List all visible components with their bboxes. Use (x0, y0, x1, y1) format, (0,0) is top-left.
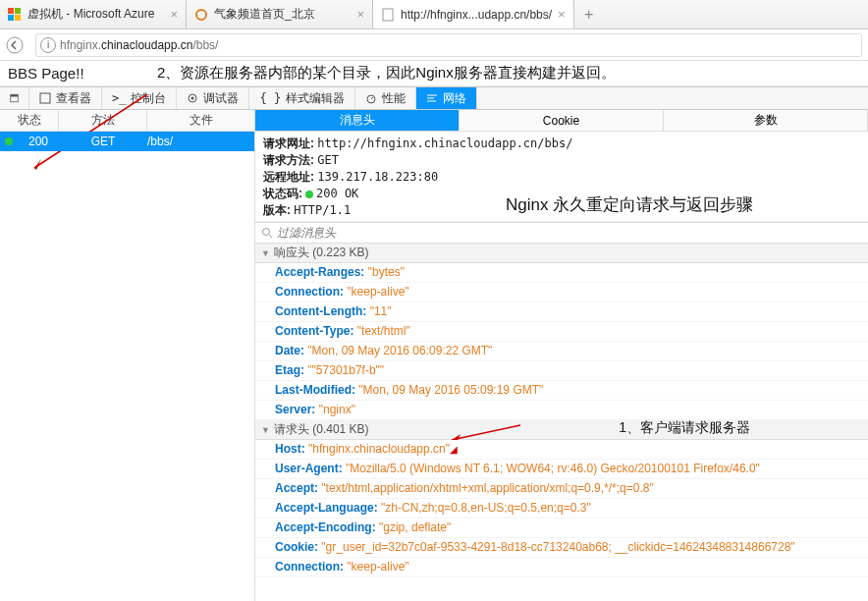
tab-console[interactable]: >_控制台 (102, 87, 177, 109)
azure-icon (8, 8, 22, 22)
svg-rect-5 (383, 9, 393, 21)
tab-inspector[interactable]: 查看器 (29, 87, 102, 109)
svg-rect-10 (11, 94, 19, 96)
chevron-down-icon: ▼ (261, 425, 270, 435)
tab-azure[interactable]: 虚拟机 - Microsoft Azure × (0, 0, 187, 28)
header-line: Host: "hfnginx.chinacloudapp.cn"◢ (255, 440, 868, 460)
val-status: 200 OK (316, 187, 358, 200)
search-icon (261, 227, 273, 239)
close-icon[interactable]: × (170, 7, 178, 22)
tab-performance[interactable]: 性能 (355, 87, 416, 109)
tab-style[interactable]: { }样式编辑器 (249, 87, 355, 109)
request-list: 200 GET /bbs/ (0, 132, 255, 601)
request-row[interactable]: 200 GET /bbs/ (0, 132, 254, 151)
subtab-headers[interactable]: 消息头 (255, 110, 460, 131)
tab-label: 虚拟机 - Microsoft Azure (27, 6, 164, 23)
annotation-2: 2、资源在服务器内部的某个目录，因此Nginx服务器直接构建并返回。 (157, 64, 616, 82)
svg-marker-22 (452, 434, 461, 440)
annotation-nginx: Nginx 永久重定向请求与返回步骤 (506, 193, 753, 216)
header-line: Accept-Language: "zh-CN,zh;q=0.8,en-US;q… (255, 499, 868, 519)
svg-rect-1 (15, 8, 21, 14)
req-file: /bbs/ (147, 135, 254, 148)
header-line: Etag: ""57301b7f-b"" (255, 361, 868, 381)
header-line: Cookie: "gr_user_id=32b7c0af-9533-4291-8… (255, 538, 868, 558)
dock-button[interactable] (0, 87, 29, 109)
label-url: 请求网址: (263, 137, 314, 150)
val-remote: 139.217.18.223:80 (317, 170, 438, 184)
blank-icon (381, 8, 395, 22)
response-section[interactable]: ▼响应头 (0.223 KB) (255, 244, 868, 263)
tab-weather[interactable]: 气象频道首页_北京 × (187, 0, 373, 28)
tab-label: http://hfnginx...udapp.cn/bbs/ (401, 8, 552, 22)
svg-line-20 (269, 235, 272, 238)
req-status: 200 (18, 135, 59, 148)
header-line: Date: "Mon, 09 May 2016 06:09:22 GMT" (255, 342, 868, 361)
page-content: BBS Page!! 2、资源在服务器内部的某个目录，因此Nginx服务器直接构… (0, 61, 868, 86)
header-line: Accept: "text/html,application/xhtml+xml… (255, 479, 868, 499)
subtab-cookie[interactable]: Cookie (460, 110, 664, 131)
annotation-1: 1、客户端请求服务器 (619, 419, 750, 437)
url-bar: i hfnginx.chinacloudapp.cn/bbs/ (0, 29, 868, 61)
svg-point-13 (191, 97, 194, 100)
svg-point-6 (7, 37, 23, 53)
back-button[interactable] (0, 30, 29, 60)
status-dot-icon (305, 191, 313, 198)
label-version: 版本: (263, 203, 291, 217)
header-line: Connection: "keep-alive" (255, 283, 868, 302)
arrow-marker-icon: ◢ (450, 444, 458, 455)
col-method[interactable]: 方法 (59, 110, 147, 131)
label-status: 状态码: (263, 187, 302, 200)
svg-rect-2 (8, 15, 14, 21)
browser-tabs: 虚拟机 - Microsoft Azure × 气象频道首页_北京 × http… (0, 0, 868, 29)
tab-debugger[interactable]: 调试器 (177, 87, 249, 109)
header-line: Accept-Encoding: "gzip, deflate" (255, 519, 868, 538)
url-input[interactable]: i hfnginx.chinacloudapp.cn/bbs/ (35, 33, 862, 57)
header-line: Content-Length: "11" (255, 302, 868, 322)
header-line: Connection: "keep-alive" (255, 558, 868, 577)
svg-line-15 (371, 97, 373, 99)
val-url: http://hfnginx.chinacloudapp.cn/bbs/ (317, 137, 572, 150)
annotation-arrow-1 (447, 420, 525, 440)
header-line: Accept-Ranges: "bytes" (255, 263, 868, 283)
header-line: Last-Modified: "Mon, 09 May 2016 05:09:1… (255, 381, 868, 401)
col-file[interactable]: 文件 (147, 110, 255, 131)
page-title: BBS Page!! (8, 65, 84, 82)
header-line: Server: "nginx" (255, 401, 868, 420)
swirl-icon (194, 8, 208, 22)
svg-rect-0 (8, 8, 14, 14)
chevron-down-icon: ▼ (261, 248, 270, 258)
label-method: 请求方法: (263, 153, 314, 167)
col-status[interactable]: 状态 (0, 110, 59, 131)
header-line: User-Agent: "Mozilla/5.0 (Windows NT 6.1… (255, 460, 868, 479)
devtools-toolbar: 查看器 >_控制台 调试器 { }样式编辑器 性能 网络 (0, 86, 868, 110)
svg-rect-11 (40, 93, 50, 103)
header-line: Content-Type: "text/html" (255, 322, 868, 342)
url-text: hfnginx.chinacloudapp.cn/bbs/ (60, 38, 218, 52)
svg-point-4 (196, 10, 206, 20)
new-tab-button[interactable]: + (574, 0, 604, 28)
tab-label: 气象频道首页_北京 (214, 6, 351, 23)
val-method: GET (317, 153, 339, 167)
label-remote: 远程地址: (263, 170, 314, 184)
filter-input[interactable] (277, 226, 862, 240)
tab-nginx[interactable]: http://hfnginx...udapp.cn/bbs/ × (373, 0, 574, 28)
status-dot-icon (0, 137, 18, 145)
val-version: HTTP/1.1 (294, 203, 351, 217)
tab-network[interactable]: 网络 (416, 87, 477, 109)
network-header: 状态 方法 文件 消息头 Cookie 参数 (0, 110, 868, 132)
svg-point-19 (263, 229, 270, 236)
close-icon[interactable]: × (356, 7, 364, 22)
svg-line-21 (452, 425, 520, 440)
request-section[interactable]: ▼请求头 (0.401 KB) 1、客户端请求服务器 (255, 420, 868, 440)
svg-rect-3 (15, 15, 21, 21)
req-method: GET (59, 135, 147, 148)
info-icon[interactable]: i (40, 37, 56, 53)
close-icon[interactable]: × (558, 7, 566, 22)
subtab-params[interactable]: 参数 (664, 110, 868, 131)
filter-row (255, 222, 868, 244)
